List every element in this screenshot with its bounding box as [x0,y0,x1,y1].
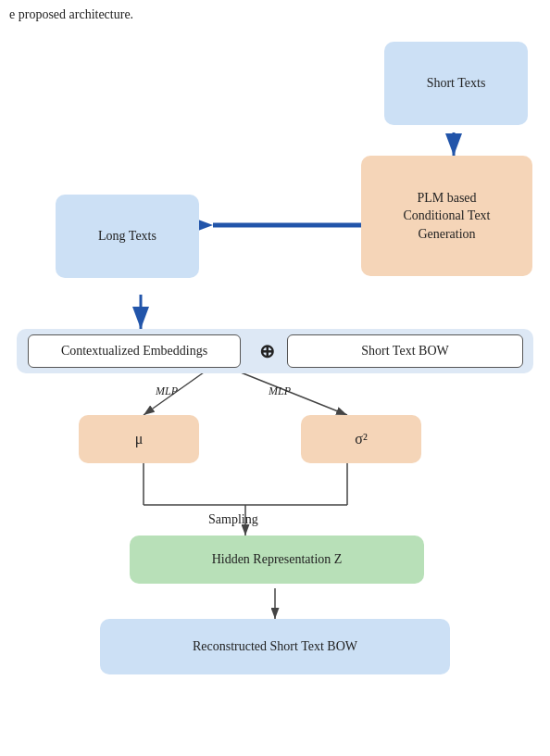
caption-text: e proposed architecture. [9,7,133,22]
mu-label: μ [135,429,144,449]
hidden-box: Hidden Representation Z [130,536,424,584]
plus-label: ⊕ [259,338,275,364]
plm-label: PLM basedConditional TextGeneration [403,189,490,244]
reconstructed-label: Reconstructed Short Text BOW [193,637,357,656]
short-text-bow-box: Short Text BOW [287,334,523,368]
short-text-bow-label: Short Text BOW [361,342,448,360]
plm-box: PLM basedConditional TextGeneration [361,156,532,276]
contextualized-box: Contextualized Embeddings [28,334,241,368]
mlp-right-label: MLP [269,384,291,398]
diagram-container: e proposed architecture. [0,0,550,756]
sigma-box: σ² [301,415,421,463]
mlp-left-label: MLP [156,384,178,398]
plus-symbol: ⊕ [250,334,283,368]
svg-line-7 [241,372,347,415]
sigma-label: σ² [355,429,367,449]
long-texts-box: Long Texts [56,195,199,278]
contextualized-label: Contextualized Embeddings [61,342,207,360]
mu-box: μ [79,415,199,463]
short-texts-label: Short Texts [427,74,486,93]
reconstructed-box: Reconstructed Short Text BOW [100,619,450,674]
short-texts-box: Short Texts [384,42,528,125]
hidden-label: Hidden Representation Z [212,550,343,569]
long-texts-label: Long Texts [98,227,156,246]
sampling-label: Sampling [208,512,258,527]
